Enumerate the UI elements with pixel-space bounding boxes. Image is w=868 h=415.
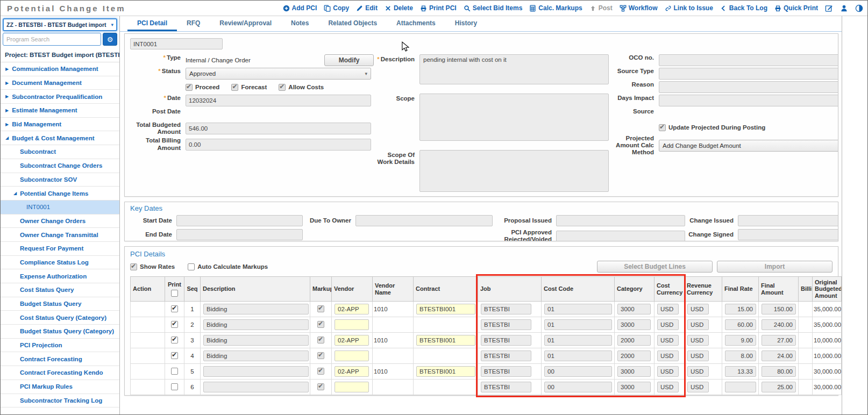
reason-field[interactable] [659, 81, 838, 93]
markup-checkbox[interactable] [317, 337, 324, 344]
description-input[interactable]: Bidding [203, 350, 309, 361]
final-amount-input[interactable]: 240.00 [762, 319, 796, 330]
cost-code-input[interactable]: 01 [544, 350, 612, 361]
vendor-input[interactable]: 02-APP [335, 366, 369, 377]
cost-code-input[interactable]: 00 [544, 382, 612, 392]
change-signed-field[interactable] [738, 229, 838, 240]
vendor-input[interactable] [335, 350, 369, 361]
description-input[interactable] [203, 366, 309, 377]
sidebar-item-subcontractor-sov[interactable]: Subcontractor SOV [1, 173, 119, 187]
sidebar-item-int0001[interactable]: INT0001 [1, 201, 119, 214]
cost-currency-input[interactable]: USD [657, 366, 679, 377]
tab-history[interactable]: History [445, 16, 487, 31]
tab-review-approval[interactable]: Review/Approval [210, 16, 281, 31]
description-input[interactable]: Bidding [203, 335, 309, 346]
date-field[interactable]: 12032024 [186, 95, 371, 106]
sidebar-item-contract-forecasting[interactable]: Contract Forecasting [1, 352, 119, 366]
update-projected-checkbox[interactable] [659, 124, 666, 131]
tab-pci-detail[interactable]: PCI Detail [127, 16, 177, 31]
category-input[interactable]: 3000 [617, 304, 651, 314]
cost-currency-input[interactable]: USD [657, 350, 679, 361]
revenue-currency-input[interactable]: USD [687, 335, 709, 346]
description-textarea[interactable]: pending internal with cost on it [419, 54, 609, 84]
sidebar-item-subcontract[interactable]: Subcontract [1, 145, 119, 159]
vendor-input[interactable]: 02-APP [335, 335, 369, 346]
category-input[interactable]: 3000 [617, 319, 651, 330]
scope-of-work-textarea[interactable] [419, 150, 609, 192]
source-type-field[interactable] [659, 68, 838, 80]
final-amount-input[interactable]: 80.00 [762, 366, 796, 377]
tree-collapse-icon[interactable]: ◢ [5, 135, 9, 140]
markup-checkbox[interactable] [317, 383, 324, 390]
print-checkbox[interactable] [171, 305, 178, 312]
contract-input[interactable]: BTESTBI001 [416, 366, 475, 377]
final-rate-input[interactable]: 15.00 [725, 304, 756, 314]
status-select[interactable]: Approved ▾ [186, 68, 371, 80]
pci-approved-field[interactable] [556, 231, 685, 241]
revenue-currency-input[interactable]: USD [687, 366, 709, 377]
print-checkbox[interactable] [171, 368, 178, 375]
final-rate-input[interactable]: 60.00 [725, 319, 756, 330]
revenue-currency-input[interactable]: USD [687, 382, 709, 392]
job-input[interactable]: BTESTBI [481, 350, 531, 361]
forecast-checkbox[interactable] [231, 84, 238, 91]
program-search-input[interactable] [3, 33, 101, 46]
back-to-log-button[interactable]: Back To Log [720, 4, 767, 12]
calc-method-select[interactable]: Add Change Budget Amount ▾ [659, 140, 838, 152]
tree-expand-icon[interactable]: ▶ [5, 81, 9, 85]
tab-notes[interactable]: Notes [281, 16, 318, 31]
markup-checkbox[interactable] [317, 321, 324, 328]
cost-currency-input[interactable]: USD [657, 382, 679, 392]
sidebar-item-expense-authorization[interactable]: Expense Authorization [1, 269, 119, 283]
days-impact-field[interactable] [659, 95, 838, 106]
total-budgeted-field[interactable]: 546.00 [186, 123, 371, 134]
tree-expand-icon[interactable]: ▶ [5, 108, 9, 113]
edit-button[interactable]: Edit [356, 4, 378, 12]
cost-code-input[interactable]: 01 [544, 304, 612, 314]
description-input[interactable]: Bidding [203, 319, 309, 330]
add-pci-button[interactable]: Add PCI [283, 4, 317, 12]
oco-no-field[interactable] [659, 54, 838, 66]
auto-calculate-markups-checkbox[interactable] [188, 263, 195, 270]
sidebar-item-compliance-status-log[interactable]: Compliance Status Log [1, 256, 119, 270]
print-pci-button[interactable]: Print PCI [420, 4, 457, 12]
vendor-input[interactable]: 02-APP [335, 304, 369, 314]
job-input[interactable]: BTESTBI [481, 366, 531, 377]
show-rates-checkbox[interactable] [130, 263, 137, 270]
final-rate-input[interactable] [725, 382, 756, 392]
due-to-owner-field[interactable] [355, 215, 493, 226]
edit-note-button[interactable] [825, 4, 833, 12]
category-input[interactable]: 2000 [617, 350, 651, 361]
cost-code-input[interactable]: 00 [544, 366, 612, 377]
allow-costs-checkbox[interactable] [279, 84, 286, 91]
sidebar-item-potential-change-items[interactable]: ◢Potential Change Items [1, 187, 119, 201]
markup-checkbox[interactable] [317, 368, 324, 375]
markup-checkbox[interactable] [317, 352, 324, 359]
job-input[interactable]: BTESTBI [481, 335, 531, 346]
tree-expand-icon[interactable]: ▶ [5, 122, 9, 127]
tree-collapse-icon[interactable]: ◢ [13, 191, 17, 196]
calc-markups-button[interactable]: Calc. Markups [529, 4, 582, 12]
tab-related-objects[interactable]: Related Objects [318, 16, 387, 31]
tab-attachments[interactable]: Attachments [387, 16, 445, 31]
final-amount-input[interactable]: 27.00 [762, 335, 796, 346]
revenue-currency-input[interactable]: USD [687, 350, 709, 361]
delete-button[interactable]: Delete [385, 4, 413, 12]
link-to-issue-button[interactable]: Link to Issue [665, 4, 713, 12]
search-settings-button[interactable]: ⚙ [103, 33, 117, 46]
proposal-issued-field[interactable] [556, 215, 685, 226]
print-checkbox[interactable] [171, 321, 178, 328]
final-rate-input[interactable]: 13.33 [725, 366, 756, 377]
pci-code-field[interactable]: INT0001 [130, 38, 223, 49]
select-budget-lines-button[interactable]: Select Budget Lines [597, 261, 713, 273]
modify-button[interactable]: Modify [324, 54, 374, 66]
start-date-field[interactable] [176, 215, 303, 226]
final-amount-input[interactable]: 24.00 [762, 350, 796, 361]
sidebar-item-subcontract-change-orders[interactable]: Subcontract Change Orders [1, 159, 119, 173]
category-input[interactable]: 3000 [617, 382, 651, 392]
contract-input[interactable]: BTESTBI001 [416, 335, 475, 346]
final-amount-input[interactable]: 25.00 [762, 382, 796, 392]
sidebar-item-subcontractor-prequalification[interactable]: ▶Subcontractor Prequalification [1, 90, 119, 104]
sidebar-item-budget-status-query[interactable]: Budget Status Query [1, 297, 119, 311]
revenue-currency-input[interactable]: USD [687, 304, 709, 314]
